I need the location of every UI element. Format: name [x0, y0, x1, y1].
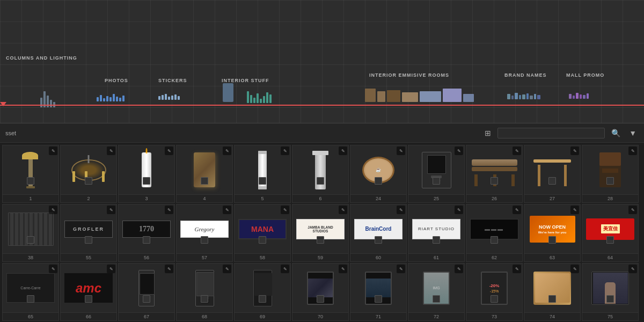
edit-icon[interactable]: ✎ [455, 265, 463, 273]
asset-checkbox[interactable] [606, 236, 614, 244]
asset-grid[interactable]: ✎ 1 ✎ 2 [0, 143, 644, 322]
asset-item[interactable]: ✎ ▬▬▬ 62 [466, 204, 523, 262]
edit-icon[interactable]: ✎ [223, 265, 231, 273]
edit-icon[interactable]: ✎ [107, 265, 115, 273]
edit-icon[interactable]: ✎ [397, 265, 405, 273]
asset-item[interactable]: ✎ 1770 56 [118, 204, 175, 262]
asset-item[interactable]: ✎ 28 [582, 145, 639, 203]
asset-checkbox[interactable] [201, 295, 208, 303]
edit-icon[interactable]: ✎ [165, 147, 173, 155]
asset-item[interactable]: ✎ RIART STUDIO 61 [408, 204, 465, 262]
edit-icon[interactable]: ✎ [628, 147, 637, 155]
asset-item[interactable]: ✎ 2 [60, 145, 117, 203]
filter-icon[interactable]: ▼ [627, 128, 639, 138]
playhead-line[interactable] [0, 105, 644, 106]
asset-item[interactable]: ✎ NOW OPEN We're here for you 63 [524, 204, 581, 262]
asset-checkbox[interactable] [85, 177, 92, 185]
edit-icon[interactable]: ✎ [49, 147, 57, 155]
asset-item[interactable]: ✎ MANA 58 [234, 204, 291, 262]
asset-item[interactable]: ✎ 4 [176, 145, 233, 203]
asset-checkbox[interactable] [143, 236, 150, 244]
grid-view-icon[interactable]: ⊞ [482, 128, 493, 138]
asset-item[interactable]: ✎ BrainCord 60 [350, 204, 407, 262]
edit-icon[interactable]: ✎ [397, 147, 405, 155]
asset-checkbox[interactable] [548, 295, 556, 303]
edit-icon[interactable]: ✎ [339, 206, 347, 214]
search-input[interactable] [497, 128, 605, 138]
asset-checkbox[interactable] [433, 295, 440, 303]
asset-checkbox[interactable] [143, 295, 150, 303]
asset-item[interactable]: ✎ 74 [524, 263, 581, 321]
asset-item[interactable]: ✎ 75 [582, 263, 639, 321]
asset-item[interactable]: ✎ 25 [408, 145, 465, 203]
edit-icon[interactable]: ✎ [107, 206, 115, 214]
asset-item[interactable]: ✎ 69 [234, 263, 291, 321]
asset-checkbox[interactable] [491, 177, 498, 185]
asset-item[interactable]: ✎ amc 66 [60, 263, 117, 321]
edit-icon[interactable]: ✎ [223, 206, 231, 214]
asset-checkbox[interactable] [491, 236, 498, 244]
asset-checkbox[interactable] [433, 236, 440, 244]
asset-checkbox[interactable] [317, 236, 324, 244]
asset-checkbox[interactable] [433, 177, 440, 185]
asset-checkbox[interactable] [201, 177, 208, 185]
asset-item[interactable]: ✎ 5 [234, 145, 291, 203]
asset-checkbox[interactable] [491, 295, 498, 303]
edit-icon[interactable]: ✎ [107, 147, 115, 155]
asset-checkbox[interactable] [606, 295, 614, 303]
asset-checkbox[interactable] [375, 236, 382, 244]
edit-icon[interactable]: ✎ [49, 206, 57, 214]
asset-checkbox[interactable] [85, 295, 92, 303]
asset-checkbox[interactable] [317, 177, 324, 185]
asset-item[interactable]: ✎ 3 [118, 145, 175, 203]
asset-checkbox[interactable] [548, 236, 556, 244]
edit-icon[interactable]: ✎ [223, 147, 231, 155]
edit-icon[interactable]: ✎ [397, 206, 405, 214]
edit-icon[interactable]: ✎ [339, 147, 347, 155]
asset-checkbox[interactable] [259, 177, 266, 185]
edit-icon[interactable]: ✎ [513, 265, 521, 273]
asset-checkbox[interactable] [259, 295, 266, 303]
asset-item[interactable]: ✎ 68 [176, 263, 233, 321]
asset-checkbox[interactable] [548, 177, 556, 185]
asset-checkbox[interactable] [27, 177, 34, 185]
asset-checkbox[interactable] [27, 236, 34, 244]
edit-icon[interactable]: ✎ [165, 206, 173, 214]
asset-checkbox[interactable] [201, 236, 208, 244]
asset-item[interactable]: ✎ 1 [2, 145, 59, 203]
edit-icon[interactable]: ✎ [513, 206, 521, 214]
asset-checkbox[interactable] [375, 295, 382, 303]
asset-item[interactable]: ✎ 27 [524, 145, 581, 203]
asset-item[interactable]: ✎ Gregory 57 [176, 204, 233, 262]
edit-icon[interactable]: ✎ [49, 265, 57, 273]
asset-checkbox[interactable] [143, 177, 150, 185]
asset-item[interactable]: ✎ 71 [350, 263, 407, 321]
edit-icon[interactable]: ✎ [339, 265, 347, 273]
asset-checkbox[interactable] [27, 295, 34, 303]
asset-item[interactable]: ✎ -20% -15% 73 [466, 263, 523, 321]
edit-icon[interactable]: ✎ [570, 206, 579, 214]
edit-icon[interactable]: ✎ [455, 147, 463, 155]
asset-item[interactable]: ✎ 38 [2, 204, 59, 262]
edit-icon[interactable]: ✎ [628, 265, 637, 273]
asset-item[interactable]: ✎ 美宜佳 64 [582, 204, 639, 262]
edit-icon[interactable]: ✎ [628, 206, 637, 214]
asset-checkbox[interactable] [375, 177, 382, 185]
asset-item[interactable]: ✎ Carre-Carre 65 [2, 263, 59, 321]
asset-item[interactable]: ✎ 70 [292, 263, 349, 321]
edit-icon[interactable]: ✎ [281, 206, 289, 214]
edit-icon[interactable]: ✎ [570, 265, 579, 273]
edit-icon[interactable]: ✎ [513, 147, 521, 155]
search-icon[interactable]: 🔍 [609, 128, 623, 138]
edit-icon[interactable]: ✎ [570, 147, 579, 155]
asset-item[interactable]: ✎ IMG 72 [408, 263, 465, 321]
asset-checkbox[interactable] [85, 236, 92, 244]
edit-icon[interactable]: ✎ [281, 147, 289, 155]
asset-item[interactable]: ✎ JAMBA BLANDSTUDIOS 59 [292, 204, 349, 262]
asset-checkbox[interactable] [317, 295, 324, 303]
asset-item[interactable]: ✎ 6 [292, 145, 349, 203]
asset-item[interactable]: ✎ 67 [118, 263, 175, 321]
asset-item[interactable]: ✎ ☕ 24 [350, 145, 407, 203]
edit-icon[interactable]: ✎ [165, 265, 173, 273]
asset-checkbox[interactable] [606, 177, 614, 185]
